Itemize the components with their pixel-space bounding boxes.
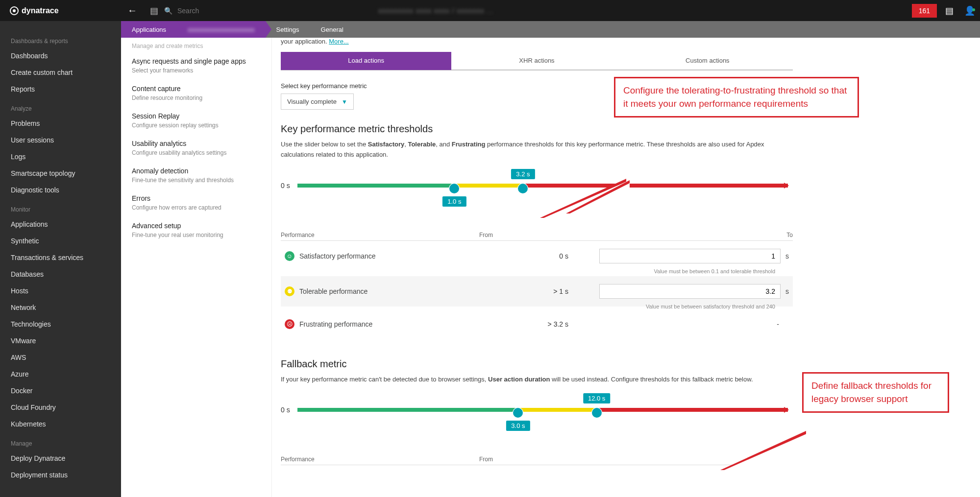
settings-item[interactable]: Session ReplayConfigure session replay s… [132,112,261,129]
smile-icon: ☺ [285,251,294,261]
nav-item[interactable]: Transactions & services [0,249,121,266]
handle-low[interactable] [449,184,459,193]
segment-satisfactory [297,184,454,188]
segment-tolerable [454,184,523,188]
nav-item[interactable]: Logs [0,148,121,165]
nav-item[interactable]: Kubernetes [0,416,121,432]
nav-item[interactable]: User sessions [0,132,121,148]
breadcrumb: Applications xxxxxxxxxxxxxxxxxxxxx Setti… [121,21,980,38]
left-nav: Dashboards & reports Dashboards Create c… [0,21,121,497]
settings-item[interactable]: Advanced setupFine-tune your real user m… [132,222,261,238]
handle-low[interactable] [513,408,523,418]
callout-tail [566,180,630,213]
nav-item[interactable]: Technologies [0,316,121,332]
chat-icon[interactable]: ▤ [939,5,959,16]
hint: Value must be between satisfactory thres… [281,304,793,309]
nav-item[interactable]: Synthetic [0,233,121,249]
nav-group: Monitor [0,203,121,216]
nav-item[interactable]: AWS [0,349,121,366]
settings-item[interactable]: Anomaly detectionFine-tune the sensitivi… [132,167,261,184]
fallback-slider[interactable]: 0 s 3.0 s 12.0 s [281,405,793,427]
intro-tail: your application. More... [281,38,970,45]
nav-group: Dashboards & reports [0,35,121,47]
nav-item[interactable]: Dashboards [0,47,121,64]
hint: Value must be between 0.1 and tolerable … [281,268,793,274]
perf-headers: PerformanceFromTo [281,232,793,241]
nav-item[interactable]: Docker [0,382,121,399]
slider-track: 3.0 s 12.0 s [297,408,788,412]
callout-annotation: Define fallback thresholds for legacy br… [802,372,949,413]
top-bar: dynatrace ← ▤ 🔍 xxxxxxxxx xxxx xxxx / xx… [0,0,980,21]
nav-item[interactable]: Azure [0,366,121,382]
back-button[interactable]: ← [121,5,144,16]
arrow-icon [784,407,789,413]
handle-high[interactable] [592,408,602,418]
nav-item[interactable]: Problems [0,115,121,132]
nav-item[interactable]: Cloud Foundry [0,399,121,416]
settings-item[interactable]: Async requests and single page appsSelec… [132,57,261,74]
nav-item[interactable]: Hosts [0,283,121,299]
slider-zero: 0 s [281,406,290,414]
perf-row-frustrating: ☹Frustrating performance > 3.2 s - [281,311,793,337]
metric-value: Visually complete [287,98,337,105]
perf-row-satisfactory: ☺Satisfactory performance 0 s s [281,241,793,271]
segment-satisfactory [297,408,518,412]
nav-item[interactable]: VMware [0,332,121,349]
nav-item[interactable]: Applications [0,216,121,233]
sat-to-input[interactable] [599,249,781,263]
search-input[interactable] [177,7,373,15]
crumb-app-name[interactable]: xxxxxxxxxxxxxxxxxxxxx [177,21,266,38]
chevron-down-icon: ▼ [342,98,347,105]
arrow-icon [784,183,789,189]
neutral-icon: ⚉ [285,286,294,296]
nav-item[interactable]: Databases [0,266,121,283]
crumb-settings[interactable]: Settings [266,21,310,38]
callout-annotation: Configure the tolerating-to-frustrating … [614,77,859,118]
prev-cut: Manage and create metrics [132,43,261,49]
label-low: 3.0 s [506,421,530,431]
nav-group: Manage [0,437,121,450]
metric-select[interactable]: Visually complete ▼ [281,94,354,110]
menu-icon[interactable]: ▤ [144,5,164,16]
search-area: 🔍 xxxxxxxxx xxxx xxxx / xxxxxxx ... [164,7,912,15]
settings-item[interactable]: ErrorsConfigure how errors are captured [132,194,261,211]
nav-item[interactable]: Smartscape topology [0,165,121,182]
nav-item[interactable]: Network [0,299,121,316]
nav-item[interactable]: Deployment status [0,467,121,483]
callout-tail [720,431,806,470]
nav-item[interactable]: Deploy Dynatrace [0,450,121,467]
label-high: 3.2 s [511,169,535,179]
fallback-heading: Fallback metric [281,358,970,370]
settings-item[interactable]: Usability analyticsConfigure usability a… [132,140,261,156]
action-tabs: Load actions XHR actions Custom actions [281,52,793,71]
settings-item[interactable]: Content captureDefine resource monitorin… [132,85,261,101]
thresholds-desc: Use the slider below to set the Satisfac… [281,140,790,160]
search-icon[interactable]: 🔍 [164,7,172,15]
label-high: 12.0 s [583,393,610,403]
tab-load-actions[interactable]: Load actions [281,52,451,70]
slider-zero: 0 s [281,182,290,189]
alert-count-badge[interactable]: 161 [912,4,937,18]
handle-high[interactable] [518,184,528,193]
fallback-desc: If your key performance metric can't be … [281,375,790,385]
crumb-general[interactable]: General [310,21,354,38]
tab-xhr-actions[interactable]: XHR actions [451,52,622,70]
threshold-slider[interactable]: 0 s 1.0 s 3.2 s [281,181,793,203]
brand-logo[interactable]: dynatrace [0,6,121,15]
perf-row-tolerable: ⚉Tolerable performance > 1 s s [281,276,793,307]
segment-frustrating [597,408,788,412]
perf-headers: PerformanceFromTo [281,456,793,465]
crumb-applications[interactable]: Applications [121,21,177,38]
nav-item[interactable]: Create custom chart [0,64,121,81]
tol-to-input[interactable] [599,284,781,299]
segment-tolerable [518,408,596,412]
tab-custom-actions[interactable]: Custom actions [622,52,793,70]
user-icon[interactable]: 👤 [959,5,980,16]
nav-item[interactable]: Diagnostic tools [0,182,121,198]
settings-side-panel: Manage and create metrics Async requests… [121,38,272,497]
label-low: 1.0 s [442,196,466,207]
more-link[interactable]: More... [329,38,348,45]
brand-icon [10,6,19,15]
search-hint-blur: xxxxxxxxx xxxx xxxx / xxxxxxx ... [378,7,494,15]
nav-item[interactable]: Reports [0,81,121,97]
